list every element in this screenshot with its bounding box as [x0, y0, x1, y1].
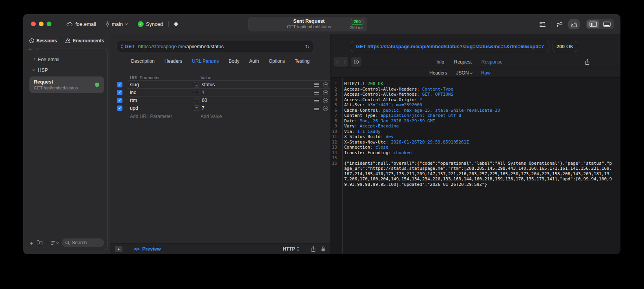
tab-sessions[interactable]: Sessions [29, 38, 57, 44]
line-text: HTTP/1.1 200 OK [340, 81, 620, 87]
sidebar-search[interactable]: Search [62, 238, 104, 247]
drag-handle-icon[interactable] [314, 91, 319, 95]
remove-item-button[interactable]: − [36, 45, 40, 52]
param-enabled-checkbox[interactable]: ✓ [117, 90, 122, 95]
forward-button[interactable] [341, 61, 347, 63]
collapse-panel-button[interactable]: ▲ [115, 246, 122, 252]
titlebar-actions [539, 14, 614, 34]
protocol-selector[interactable]: HTTP [283, 246, 299, 252]
share-icon[interactable] [311, 246, 316, 252]
response-subtab-json[interactable]: JSON [456, 70, 472, 76]
request-tab-url-params[interactable]: URL Params [192, 58, 219, 64]
param-value[interactable]: 60 [202, 98, 314, 103]
add-param-row[interactable]: Add URL Parameter Add Value [110, 112, 330, 121]
response-subtab-headers[interactable]: Headers [429, 70, 447, 76]
chevron-down-icon [470, 71, 472, 73]
response-body[interactable]: 1HTTP/1.1 200 OK2Access-Control-Allow-He… [331, 77, 620, 254]
param-row: ✓rtm=60 [110, 96, 330, 104]
request-editor-pane: GET https://statuspage.me/api/embed/stat… [110, 34, 331, 254]
lock-icon[interactable] [321, 246, 326, 252]
param-name[interactable]: slug [130, 82, 194, 87]
preview-button[interactable]: </> Preview [134, 246, 161, 252]
line-number: 11 [331, 134, 340, 140]
response-subtab-json-label: JSON [456, 70, 469, 76]
request-tree: Foe.email HSP Request GET /api/embed/sta… [26, 49, 107, 93]
response-request-line[interactable]: GET https://statuspage.me/api/embed/stat… [351, 41, 549, 52]
response-subtab-raw-label: Raw [481, 70, 491, 76]
method-selector[interactable]: GET [121, 44, 135, 49]
remove-param-icon[interactable] [323, 90, 328, 95]
line-text: Alt-Svc: h3=":443"; ma=2592000 [340, 102, 620, 108]
param-row: ✓inc=1 [110, 89, 330, 96]
export-requests-button[interactable] [539, 21, 546, 27]
param-row: ✓upd=7 [110, 104, 330, 112]
request-tab-auth[interactable]: Auth [249, 58, 259, 64]
line-text: Cache-Control: public, max-age=15, stale… [340, 108, 620, 113]
response-line: 1HTTP/1.1 200 OK [331, 81, 620, 87]
equals-icon: = [194, 90, 199, 95]
gutter-rule [342, 78, 343, 254]
history-clock-button[interactable] [351, 57, 361, 67]
remove-param-icon[interactable] [323, 82, 328, 87]
back-button[interactable] [335, 61, 341, 63]
add-item-button[interactable]: + [28, 45, 32, 52]
param-value[interactable]: 7 [202, 105, 314, 111]
request-tab-testing[interactable]: Testing [295, 58, 310, 64]
response-subtab-raw[interactable]: Raw [481, 70, 491, 76]
new-request-button[interactable]: + [30, 240, 33, 246]
drag-handle-icon[interactable] [314, 107, 319, 110]
add-url-parameter-placeholder[interactable]: Add URL Parameter [130, 114, 201, 119]
import-response-button[interactable] [568, 19, 580, 29]
request-list-item[interactable]: Request GET /api/embed/status [29, 76, 104, 93]
param-enabled-checkbox[interactable]: ✓ [117, 82, 122, 87]
branch-selector[interactable]: main [106, 21, 128, 27]
response-tab-response[interactable]: Response [482, 59, 503, 65]
drag-handle-icon[interactable] [314, 83, 319, 87]
response-tab-info[interactable]: Info [436, 59, 444, 65]
new-folder-button[interactable] [36, 240, 43, 245]
param-enabled-checkbox[interactable]: ✓ [117, 98, 122, 103]
line-text: X-Status-Build: dev [340, 134, 620, 140]
sent-request-pill[interactable]: Sent Request GET /api/embed/status 200 2… [248, 17, 367, 31]
tree-group-foe-email[interactable]: Foe.email [29, 54, 104, 65]
resend-request-icon[interactable]: ↻ [305, 44, 310, 49]
tab-environments[interactable]: Environments [65, 38, 104, 44]
request-tab-description[interactable]: Description [131, 58, 155, 64]
drag-handle-icon[interactable] [314, 99, 319, 102]
column-url-parameter: URL Parameter [130, 75, 201, 80]
url-params-table: URL Parameter Value ✓slug=status✓inc=1✓r… [110, 74, 330, 121]
sent-request-title: Sent Request [268, 18, 350, 25]
param-enabled-checkbox[interactable]: ✓ [117, 105, 122, 111]
close-window-button[interactable] [31, 22, 36, 26]
sync-status[interactable]: ✓ Synced [138, 21, 163, 27]
line-number: 13 [331, 145, 340, 150]
response-tab-request[interactable]: Request [454, 59, 472, 65]
toggle-bottom-panel-button[interactable] [601, 20, 613, 28]
remove-param-icon[interactable] [323, 98, 328, 103]
request-tab-headers[interactable]: Headers [164, 58, 182, 64]
remove-param-icon[interactable] [323, 106, 328, 111]
request-url-bar[interactable]: GET https://statuspage.me/api/embed/stat… [117, 41, 314, 52]
url-path: /api/embed/status [185, 44, 224, 49]
request-tab-options[interactable]: Options [269, 58, 285, 64]
param-name[interactable]: inc [130, 90, 194, 95]
share-response-icon[interactable] [585, 59, 590, 65]
param-value[interactable]: 1 [202, 90, 314, 95]
minimize-window-button[interactable] [39, 22, 44, 26]
toggle-left-panel-button[interactable] [587, 20, 599, 28]
project-selector[interactable]: foe.email [66, 21, 96, 27]
zoom-window-button[interactable] [47, 22, 51, 26]
param-value[interactable]: status [202, 82, 314, 87]
request-url[interactable]: https://statuspage.me/api/embed/status [138, 44, 224, 49]
param-name[interactable]: upd [130, 105, 194, 111]
response-subtabs: HeadersJSONRaw [429, 69, 491, 77]
request-tab-body[interactable]: Body [229, 58, 239, 64]
param-name[interactable]: rtm [130, 98, 194, 103]
tree-group-hsp[interactable]: HSP [29, 65, 104, 75]
add-value-placeholder[interactable]: Add Value [201, 114, 222, 119]
sort-options-button[interactable] [51, 241, 59, 245]
sync-loop-icon[interactable] [556, 21, 564, 27]
response-tab-info-label: Info [436, 59, 444, 65]
line-text: X-Status-Now-Utc: 2026-01-26T20:29:59.85… [340, 140, 620, 145]
history-nav [334, 57, 348, 67]
